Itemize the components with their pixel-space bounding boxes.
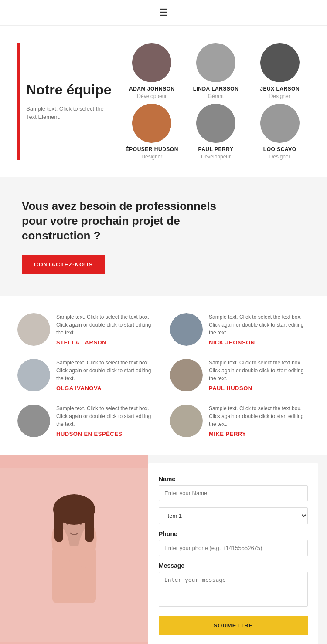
phone-label: Phone xyxy=(159,530,308,537)
list-item-description: Sample text. Click to select the text bo… xyxy=(56,405,157,428)
svg-rect-9 xyxy=(85,507,94,542)
list-item-name: OLGA IVANOVA xyxy=(56,385,157,391)
list-item-avatar xyxy=(170,405,203,437)
list-item-content: Sample text. Click to select the text bo… xyxy=(56,313,157,346)
dropdown-field: Item 1Item 2Item 3 xyxy=(159,507,308,524)
team-list-grid: Sample text. Click to select the text bo… xyxy=(17,313,310,437)
list-item-avatar xyxy=(17,313,50,346)
list-item: Sample text. Click to select the text bo… xyxy=(17,405,157,437)
team-member-avatar xyxy=(196,43,235,82)
list-item: Sample text. Click to select the text bo… xyxy=(170,313,310,346)
team-member: PAUL PERRY Développeur xyxy=(186,104,246,160)
list-item: Sample text. Click to select the text bo… xyxy=(17,359,157,391)
header: ☰ xyxy=(0,0,327,26)
list-item-description: Sample text. Click to select the text bo… xyxy=(209,405,310,428)
item-select[interactable]: Item 1Item 2Item 3 xyxy=(159,507,308,524)
list-item-content: Sample text. Click to select the text bo… xyxy=(209,405,310,437)
list-item-name: STELLA LARSON xyxy=(56,339,157,346)
list-item-name: PAUL HUDSON xyxy=(209,385,310,391)
contact-image xyxy=(0,455,148,644)
team-member: JEUX LARSON Designer xyxy=(250,43,310,99)
team-member-role: Gérant xyxy=(208,93,224,99)
list-item-avatar xyxy=(17,405,50,437)
team-member: LOO SCAVO Designer xyxy=(250,104,310,160)
contactez-nous-button[interactable]: CONTACTEZ-NOUS xyxy=(22,255,105,274)
team-grid: ADAM JOHNSON Développeur LINDA LARSSON G… xyxy=(122,43,310,160)
team-member-role: Designer xyxy=(269,154,290,160)
phone-input[interactable] xyxy=(159,540,308,556)
team-member: ÉPOUSER HUDSON Designer xyxy=(122,104,182,160)
menu-icon[interactable]: ☰ xyxy=(159,7,168,18)
list-item-name: NICK JHONSON xyxy=(209,339,310,346)
list-item-name: MIKE PERRY xyxy=(209,431,310,437)
list-item: Sample text. Click to select the text bo… xyxy=(17,313,157,346)
cta-title: Vous avez besoin de professionnels pour … xyxy=(22,199,240,243)
team-member-role: Développeur xyxy=(201,154,231,160)
team-member-name: ADAM JOHNSON xyxy=(129,86,175,92)
contact-form: Name Item 1Item 2Item 3 Phone Message SO… xyxy=(148,463,318,644)
list-item-description: Sample text. Click to select the text bo… xyxy=(209,359,310,382)
team-list-section: Sample text. Click to select the text bo… xyxy=(0,296,327,455)
team-section: Notre équipe Sample text. Click to selec… xyxy=(0,26,327,177)
list-item-description: Sample text. Click to select the text bo… xyxy=(56,313,157,337)
team-member: ADAM JOHNSON Développeur xyxy=(122,43,182,99)
list-item-name: HUDSON EN ESPÈCES xyxy=(56,431,157,437)
list-item-avatar xyxy=(17,359,50,391)
message-input[interactable] xyxy=(159,572,308,607)
name-input[interactable] xyxy=(159,485,308,501)
name-field: Name xyxy=(159,475,308,501)
list-item-description: Sample text. Click to select the text bo… xyxy=(56,359,157,382)
team-member-avatar xyxy=(132,43,171,82)
list-item-content: Sample text. Click to select the text bo… xyxy=(56,359,157,391)
list-item: Sample text. Click to select the text bo… xyxy=(170,405,310,437)
team-title: Notre équipe xyxy=(26,81,113,98)
list-item-description: Sample text. Click to select the text bo… xyxy=(209,313,310,337)
phone-field: Phone xyxy=(159,530,308,556)
team-intro: Notre équipe Sample text. Click to selec… xyxy=(17,43,113,160)
list-item-avatar xyxy=(170,359,203,391)
message-field: Message xyxy=(159,562,308,608)
team-member-avatar xyxy=(260,43,300,82)
team-member-name: JEUX LARSON xyxy=(260,86,300,92)
team-member-name: LOO SCAVO xyxy=(263,146,296,152)
list-item-content: Sample text. Click to select the text bo… xyxy=(56,405,157,437)
message-label: Message xyxy=(159,562,308,569)
name-label: Name xyxy=(159,475,308,482)
team-member-role: Designer xyxy=(269,93,290,99)
contact-section: Name Item 1Item 2Item 3 Phone Message SO… xyxy=(0,455,327,644)
cta-section: Vous avez besoin de professionnels pour … xyxy=(0,177,327,296)
team-description: Sample text. Click to select the Text El… xyxy=(26,105,113,121)
submit-button[interactable]: SOUMETTRE xyxy=(159,616,308,635)
list-item-content: Sample text. Click to select the text bo… xyxy=(209,359,310,391)
list-item-content: Sample text. Click to select the text bo… xyxy=(209,313,310,346)
team-member-avatar xyxy=(196,104,235,143)
team-member-avatar xyxy=(132,104,171,143)
team-member-avatar xyxy=(260,104,300,143)
list-item: Sample text. Click to select the text bo… xyxy=(170,359,310,391)
list-item-avatar xyxy=(170,313,203,346)
team-member: LINDA LARSSON Gérant xyxy=(186,43,246,99)
team-member-name: LINDA LARSSON xyxy=(193,86,239,92)
team-member-role: Développeur xyxy=(137,93,167,99)
team-member-role: Designer xyxy=(141,154,162,160)
svg-rect-8 xyxy=(54,507,63,542)
team-member-name: PAUL PERRY xyxy=(198,146,234,152)
team-member-name: ÉPOUSER HUDSON xyxy=(126,146,178,152)
